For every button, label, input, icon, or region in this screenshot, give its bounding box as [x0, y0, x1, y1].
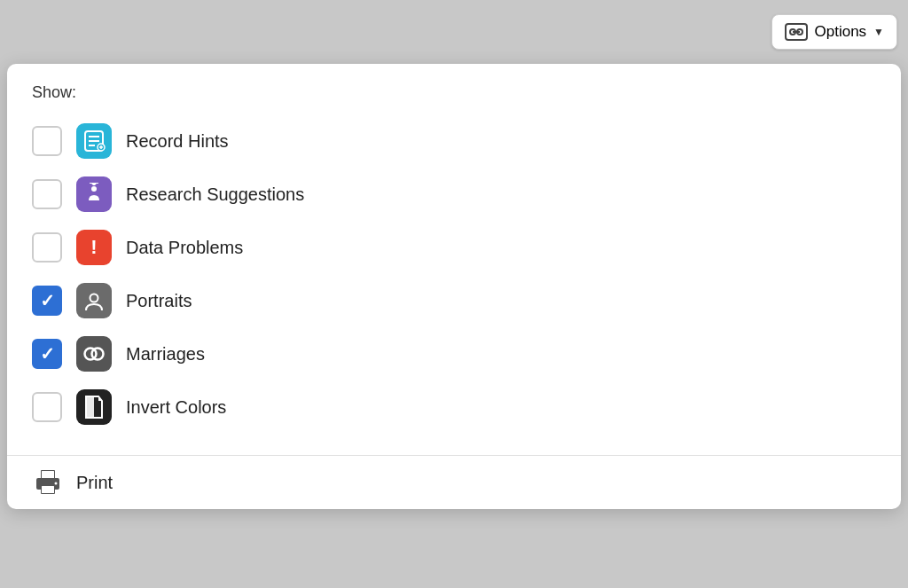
print-label: Print [76, 473, 113, 493]
options-button-icon [785, 22, 808, 42]
svg-text:!: ! [90, 236, 97, 258]
options-button[interactable]: Options ▼ [771, 14, 897, 50]
research-suggestions-icon [76, 176, 112, 212]
invert-colors-label: Invert Colors [126, 397, 226, 418]
svg-rect-24 [42, 486, 54, 493]
checkbox-marriages[interactable] [32, 339, 62, 369]
option-row-invert-colors: Invert Colors [32, 380, 876, 434]
svg-rect-25 [42, 471, 54, 478]
show-label: Show: [32, 83, 876, 102]
checkbox-record-hints[interactable] [32, 126, 62, 156]
options-chevron: ▼ [873, 26, 884, 38]
invert-colors-icon [76, 389, 112, 425]
data-problems-icon: ! [76, 230, 112, 265]
record-hints-icon [76, 123, 112, 159]
marriages-label: Marriages [126, 344, 205, 365]
print-icon [32, 468, 64, 497]
option-row-marriages: Marriages [32, 327, 876, 380]
checkbox-data-problems[interactable] [32, 232, 62, 263]
options-dropdown: Show: Record Hints [7, 64, 901, 509]
portraits-icon [76, 283, 112, 318]
print-row[interactable]: Print [7, 456, 901, 509]
checkbox-research-suggestions[interactable] [32, 179, 62, 209]
svg-point-18 [90, 294, 98, 302]
svg-point-11 [91, 186, 97, 192]
option-row-portraits: Portraits [32, 274, 876, 327]
portraits-label: Portraits [126, 291, 192, 311]
checkbox-invert-colors[interactable] [32, 392, 62, 422]
popup-content: Show: Record Hints [7, 64, 901, 448]
data-problems-label: Data Problems [126, 238, 243, 258]
record-hints-label: Record Hints [126, 131, 229, 152]
marriages-icon [76, 336, 112, 372]
checkbox-portraits[interactable] [32, 286, 62, 316]
svg-point-20 [92, 349, 104, 360]
options-label: Options [815, 23, 867, 41]
option-row-research-suggestions: Research Suggestions [32, 168, 876, 221]
option-row-data-problems: ! Data Problems [32, 221, 876, 274]
svg-point-26 [55, 482, 58, 485]
option-row-record-hints: Record Hints [32, 114, 876, 168]
research-suggestions-label: Research Suggestions [126, 184, 304, 205]
